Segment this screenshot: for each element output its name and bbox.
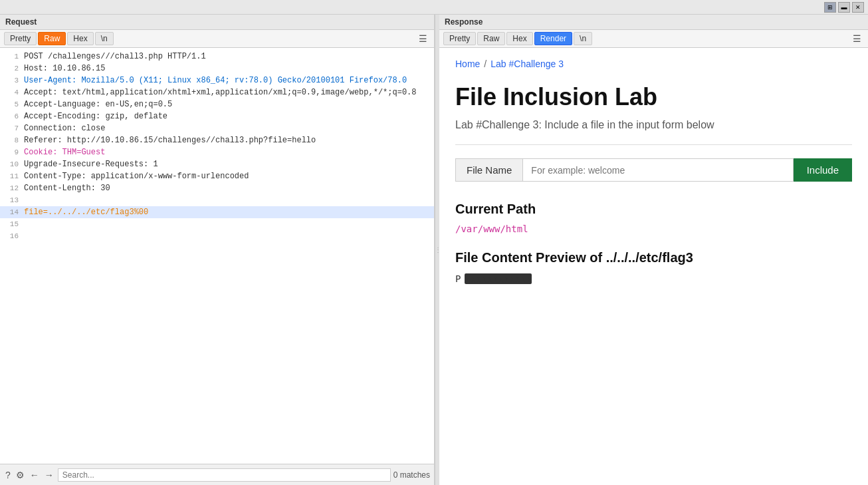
- line-number: 6: [3, 110, 19, 122]
- tab-render-response[interactable]: Render: [534, 32, 572, 45]
- line-number: 2: [3, 63, 19, 75]
- code-line: 16: [0, 230, 434, 242]
- line-number: 3: [3, 75, 19, 86]
- close-icon[interactable]: ✕: [852, 2, 864, 13]
- response-tabs: Pretty Raw Hex Render \n ☰: [439, 30, 868, 48]
- file-name-label: File Name: [455, 158, 523, 182]
- code-line: 15: [0, 218, 434, 230]
- breadcrumb-home[interactable]: Home: [455, 59, 480, 69]
- line-content: [24, 230, 29, 242]
- code-line: 2 Host: 10.10.86.15: [0, 63, 434, 75]
- list-view-icon[interactable]: ▬: [838, 2, 850, 13]
- file-content-line: P ●●●●●●●●●●●: [455, 273, 852, 284]
- toolbar-icons: ⊞ ▬ ✕: [824, 2, 864, 13]
- line-number: 14: [3, 206, 19, 218]
- line-number: 10: [3, 158, 19, 170]
- breadcrumb-current[interactable]: Lab #Challenge 3: [490, 59, 564, 69]
- request-header: Request: [0, 15, 434, 30]
- help-icon[interactable]: ?: [4, 470, 12, 480]
- include-button[interactable]: Include: [794, 158, 852, 182]
- tab-hex-request[interactable]: Hex: [67, 32, 93, 45]
- file-preview-prefix: File Content Preview of: [455, 250, 606, 265]
- file-name-input[interactable]: [523, 158, 793, 182]
- line-number: 12: [3, 182, 19, 194]
- line-content: Upgrade-Insecure-Requests: 1: [24, 158, 158, 170]
- code-line-highlighted: 14 file=../../../etc/flag3%00: [0, 206, 434, 218]
- line-content: Accept-Encoding: gzip, deflate: [24, 110, 167, 122]
- response-panel: Response Pretty Raw Hex Render \n ☰ Home…: [439, 15, 868, 485]
- rendered-page: Home / Lab #Challenge 3 File Inclusion L…: [439, 48, 868, 485]
- divider: [455, 144, 852, 145]
- line-number: 11: [3, 170, 19, 182]
- line-number: 16: [3, 230, 19, 242]
- search-input[interactable]: [58, 468, 391, 482]
- file-form: File Name Include: [455, 158, 852, 182]
- line-content: Host: 10.10.86.15: [24, 63, 105, 75]
- tab-raw-response[interactable]: Raw: [477, 32, 505, 45]
- code-line: 11 Content-Type: application/x-www-form-…: [0, 170, 434, 182]
- response-tab-menu[interactable]: ☰: [850, 33, 864, 44]
- back-icon[interactable]: ←: [29, 470, 41, 480]
- tab-hex-response[interactable]: Hex: [506, 32, 532, 45]
- file-preview-title: File Content Preview of ../../../etc/fla…: [455, 250, 852, 265]
- request-tab-menu[interactable]: ☰: [416, 33, 430, 44]
- code-line: 10 Upgrade-Insecure-Requests: 1: [0, 158, 434, 170]
- search-bar: ? ⚙ ← → 0 matches: [0, 464, 434, 485]
- line-content: POST /challenges///chall3.php HTTP/1.1: [24, 51, 206, 63]
- page-subtitle: Lab #Challenge 3: Include a file in the …: [455, 119, 852, 131]
- code-line: 12 Content-Length: 30: [0, 182, 434, 194]
- current-path-title: Current Path: [455, 202, 852, 217]
- grid-view-icon[interactable]: ⊞: [824, 2, 836, 13]
- line-number: 1: [3, 51, 19, 63]
- line-number: 8: [3, 134, 19, 146]
- line-content: file=../../../etc/flag3%00: [24, 206, 148, 218]
- request-code-area: 1 POST /challenges///chall3.php HTTP/1.1…: [0, 48, 434, 464]
- breadcrumb: Home / Lab #Challenge 3: [455, 59, 852, 69]
- matches-count: 0 matches: [393, 470, 430, 480]
- line-content: Cookie: THM=Guest: [24, 146, 105, 158]
- breadcrumb-separator: /: [484, 59, 487, 69]
- line-content: [24, 218, 29, 230]
- code-line: 8 Referer: http://10.10.86.15/challenges…: [0, 134, 434, 146]
- top-toolbar: ⊞ ▬ ✕: [0, 0, 868, 15]
- line-number: 5: [3, 98, 19, 110]
- current-path-value: /var/www/html: [455, 224, 852, 234]
- tab-raw-request[interactable]: Raw: [38, 32, 66, 45]
- code-line: 4 Accept: text/html,application/xhtml+xm…: [0, 86, 434, 98]
- line-number: 7: [3, 122, 19, 134]
- request-panel: Request Pretty Raw Hex \n ☰ 1 POST /chal…: [0, 15, 435, 485]
- forward-icon[interactable]: →: [43, 470, 55, 480]
- settings-icon[interactable]: ⚙: [15, 470, 26, 480]
- code-line: 13: [0, 194, 434, 206]
- code-line: 7 Connection: close: [0, 122, 434, 134]
- file-preview-path: ../../../etc/flag3: [606, 250, 693, 265]
- line-number: 15: [3, 218, 19, 230]
- tab-newline-request[interactable]: \n: [95, 32, 114, 45]
- file-content-redacted: ●●●●●●●●●●●: [465, 273, 532, 284]
- line-content: Content-Type: application/x-www-form-url…: [24, 170, 249, 182]
- line-content: User-Agent: Mozilla/5.0 (X11; Linux x86_…: [24, 75, 407, 86]
- line-content: Content-Length: 30: [24, 182, 110, 194]
- code-line: 5 Accept-Language: en-US,en;q=0.5: [0, 98, 434, 110]
- line-number: 13: [3, 194, 19, 206]
- tab-pretty-request[interactable]: Pretty: [4, 32, 37, 45]
- code-line: 9 Cookie: THM=Guest: [0, 146, 434, 158]
- line-content: Referer: http://10.10.86.15/challenges//…: [24, 134, 316, 146]
- page-title: File Inclusion Lab: [455, 82, 852, 111]
- main-split: Request Pretty Raw Hex \n ☰ 1 POST /chal…: [0, 15, 868, 485]
- code-line: 1 POST /challenges///chall3.php HTTP/1.1: [0, 51, 434, 63]
- line-content: Accept-Language: en-US,en;q=0.5: [24, 98, 172, 110]
- line-content: Connection: close: [24, 122, 105, 134]
- tab-pretty-response[interactable]: Pretty: [443, 32, 476, 45]
- code-line: 6 Accept-Encoding: gzip, deflate: [0, 110, 434, 122]
- request-tabs: Pretty Raw Hex \n ☰: [0, 30, 434, 48]
- line-content: [24, 194, 29, 206]
- line-number: 9: [3, 146, 19, 158]
- code-line: 3 User-Agent: Mozilla/5.0 (X11; Linux x8…: [0, 75, 434, 86]
- line-content: Accept: text/html,application/xhtml+xml,…: [24, 86, 417, 98]
- tab-newline-response[interactable]: \n: [574, 32, 592, 45]
- response-header: Response: [439, 15, 868, 30]
- file-content-prefix: P: [455, 273, 461, 284]
- line-number: 4: [3, 86, 19, 98]
